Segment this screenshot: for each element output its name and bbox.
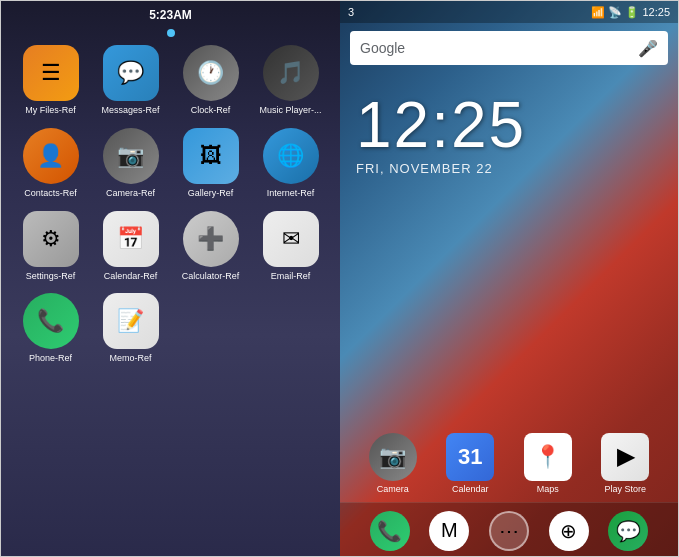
app-icon-messages: 💬	[103, 45, 159, 101]
app-item-clock[interactable]: 🕐 Clock-Ref	[175, 45, 247, 116]
app-icon-calendar: 📅	[103, 211, 159, 267]
status-icons: 📶 📡 🔋 12:25	[591, 6, 670, 19]
right-phone: 3 📶 📡 🔋 12:25 Google 🎤 12:25 FRI, NOVEMB…	[340, 1, 678, 557]
app-icon-email: ✉	[263, 211, 319, 267]
app-icon-contacts: 👤	[23, 128, 79, 184]
bottom-icon-symbol-play-store: ▶	[617, 444, 634, 470]
app-label-clock: Clock-Ref	[191, 105, 231, 116]
right-status-bar: 3 📶 📡 🔋 12:25	[340, 1, 678, 23]
app-item-gallery[interactable]: 🖼 Gallery-Ref	[175, 128, 247, 199]
dock-icon-symbol-chrome-dock: ⊕	[560, 519, 577, 543]
app-item-memo[interactable]: 📝 Memo-Ref	[95, 293, 167, 364]
bottom-label-calendar-b: Calendar	[452, 484, 489, 494]
app-icon-clock: 🕐	[183, 45, 239, 101]
google-search-bar[interactable]: Google 🎤	[350, 31, 668, 65]
app-icon-symbol-calendar: 📅	[117, 226, 144, 252]
left-time: 5:23AM	[149, 8, 192, 22]
app-item-settings[interactable]: ⚙ Settings-Ref	[15, 211, 87, 282]
bottom-icon-symbol-calendar-b: 31	[458, 444, 482, 470]
dock-hangouts-dock[interactable]: 💬	[608, 511, 648, 551]
app-item-phone[interactable]: 📞 Phone-Ref	[15, 293, 87, 364]
dock-apps-dock[interactable]: ⋯	[489, 511, 529, 551]
app-icon-symbol-gallery: 🖼	[200, 143, 222, 169]
app-item-my-files[interactable]: ☰ My Files-Ref	[15, 45, 87, 116]
left-phone: 5:23AM ☰ My Files-Ref 💬 Messages-Ref 🕐 C…	[1, 1, 340, 557]
bottom-icon-maps-b: 📍	[524, 433, 572, 481]
app-icon-settings: ⚙	[23, 211, 79, 267]
app-icon-phone: 📞	[23, 293, 79, 349]
battery-icon: 🔋	[625, 6, 639, 19]
app-icon-symbol-music-player: 🎵	[277, 60, 304, 86]
bottom-app-play-store[interactable]: ▶ Play Store	[589, 433, 663, 494]
app-label-email: Email-Ref	[271, 271, 311, 282]
clock-date: FRI, NOVEMBER 22	[356, 161, 662, 176]
app-icon-my-files: ☰	[23, 45, 79, 101]
app-icon-symbol-settings: ⚙	[41, 226, 61, 252]
dock-icon-symbol-apps-dock: ⋯	[499, 519, 519, 543]
bottom-label-camera-b: Camera	[377, 484, 409, 494]
bottom-icon-symbol-camera-b: 📷	[379, 444, 406, 470]
app-label-camera: Camera-Ref	[106, 188, 155, 199]
app-icon-symbol-internet: 🌐	[277, 143, 304, 169]
app-item-messages[interactable]: 💬 Messages-Ref	[95, 45, 167, 116]
app-label-calendar: Calendar-Ref	[104, 271, 158, 282]
app-icon-symbol-messages: 💬	[117, 60, 144, 86]
app-icon-symbol-contacts: 👤	[37, 143, 64, 169]
bottom-label-play-store: Play Store	[604, 484, 646, 494]
notification-dot	[167, 29, 175, 37]
bottom-icon-play-store: ▶	[601, 433, 649, 481]
app-icon-calculator: ➕	[183, 211, 239, 267]
app-item-calendar[interactable]: 📅 Calendar-Ref	[95, 211, 167, 282]
dock-icon-symbol-gmail-dock: M	[441, 519, 458, 542]
app-label-internet: Internet-Ref	[267, 188, 315, 199]
right-time: 12:25	[642, 6, 670, 18]
app-item-music-player[interactable]: 🎵 Music Player-...	[255, 45, 327, 116]
status-number: 3	[348, 6, 354, 18]
app-icon-symbol-clock: 🕐	[197, 60, 224, 86]
bottom-app-calendar-b[interactable]: 31 Calendar	[434, 433, 508, 494]
app-icon-symbol-my-files: ☰	[41, 60, 61, 86]
app-item-calculator[interactable]: ➕ Calculator-Ref	[175, 211, 247, 282]
bottom-apps-row: 📷 Camera 31 Calendar 📍 Maps ▶ Play Store	[340, 425, 678, 502]
signal-icon: 📡	[608, 6, 622, 19]
app-item-internet[interactable]: 🌐 Internet-Ref	[255, 128, 327, 199]
app-icon-gallery: 🖼	[183, 128, 239, 184]
app-label-gallery: Gallery-Ref	[188, 188, 234, 199]
app-label-calculator: Calculator-Ref	[182, 271, 240, 282]
bottom-label-maps-b: Maps	[537, 484, 559, 494]
clock-time: 12:25	[356, 93, 662, 157]
app-icon-symbol-memo: 📝	[117, 308, 144, 334]
clock-display: 12:25 FRI, NOVEMBER 22	[340, 73, 678, 184]
app-label-contacts: Contacts-Ref	[24, 188, 77, 199]
mic-icon[interactable]: 🎤	[638, 39, 658, 58]
app-label-music-player: Music Player-...	[259, 105, 321, 116]
dock-phone-dock[interactable]: 📞	[370, 511, 410, 551]
app-item-contacts[interactable]: 👤 Contacts-Ref	[15, 128, 87, 199]
app-item-camera[interactable]: 📷 Camera-Ref	[95, 128, 167, 199]
app-icon-music-player: 🎵	[263, 45, 319, 101]
bottom-icon-camera-b: 📷	[369, 433, 417, 481]
dock-icon-symbol-phone-dock: 📞	[377, 519, 402, 543]
right-overlay: 3 📶 📡 🔋 12:25 Google 🎤 12:25 FRI, NOVEMB…	[340, 1, 678, 557]
dock-chrome-dock[interactable]: ⊕	[549, 511, 589, 551]
app-icon-symbol-camera: 📷	[117, 143, 144, 169]
app-label-my-files: My Files-Ref	[25, 105, 76, 116]
app-grid: ☰ My Files-Ref 💬 Messages-Ref 🕐 Clock-Re…	[7, 41, 335, 368]
app-icon-symbol-calculator: ➕	[197, 226, 224, 252]
bottom-app-camera-b[interactable]: 📷 Camera	[356, 433, 430, 494]
app-item-email[interactable]: ✉ Email-Ref	[255, 211, 327, 282]
app-label-messages: Messages-Ref	[101, 105, 159, 116]
google-label: Google	[360, 40, 405, 56]
dock-icon-symbol-hangouts-dock: 💬	[616, 519, 641, 543]
app-label-settings: Settings-Ref	[26, 271, 76, 282]
bottom-icon-symbol-maps-b: 📍	[534, 444, 561, 470]
wifi-icon: 📶	[591, 6, 605, 19]
bottom-app-maps-b[interactable]: 📍 Maps	[511, 433, 585, 494]
app-icon-symbol-email: ✉	[282, 226, 300, 252]
app-icon-internet: 🌐	[263, 128, 319, 184]
left-status-bar: 5:23AM	[1, 1, 340, 29]
bottom-icon-calendar-b: 31	[446, 433, 494, 481]
app-label-memo: Memo-Ref	[109, 353, 151, 364]
app-label-phone: Phone-Ref	[29, 353, 72, 364]
dock-gmail-dock[interactable]: M	[429, 511, 469, 551]
